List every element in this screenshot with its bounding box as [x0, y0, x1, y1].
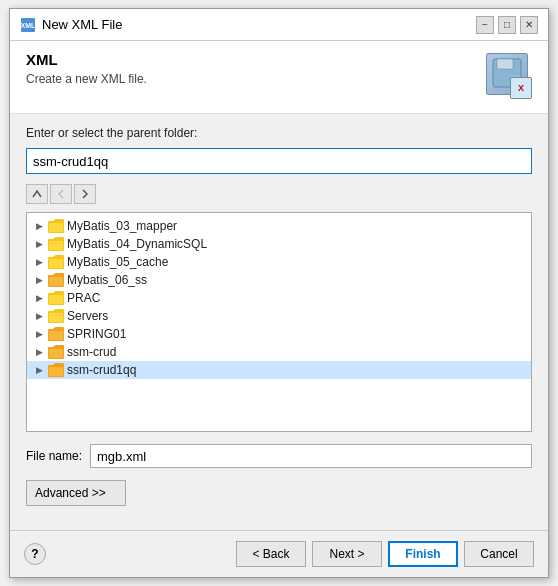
footer-left: ? [24, 543, 46, 565]
wizard-type: XML [26, 51, 147, 68]
toggle-icon: ▶ [33, 311, 45, 321]
nav-toolbar [26, 184, 532, 204]
svg-rect-3 [497, 59, 513, 69]
folder-icon [48, 363, 64, 377]
xml-header-icon: X [484, 51, 532, 99]
cancel-button[interactable]: Cancel [464, 541, 534, 567]
back-button[interactable]: < Back [236, 541, 306, 567]
tree-item-label: PRAC [67, 291, 100, 305]
parent-folder-input[interactable] [26, 148, 532, 174]
header-section: XML Create a new XML file. X [10, 41, 548, 114]
window-title: New XML File [42, 17, 122, 32]
tree-item-label: ssm-crud [67, 345, 116, 359]
tree-item-label: Servers [67, 309, 108, 323]
folder-tree[interactable]: ▶ MyBatis_03_mapper ▶ MyBatis_04_Dynamic… [26, 212, 532, 432]
tree-item-label: MyBatis_05_cache [67, 255, 168, 269]
folder-icon [48, 345, 64, 359]
folder-icon [48, 237, 64, 251]
help-button[interactable]: ? [24, 543, 46, 565]
maximize-button[interactable]: □ [498, 16, 516, 34]
folder-icon [48, 273, 64, 287]
tree-item[interactable]: ▶ Servers [27, 307, 531, 325]
nav-up-button[interactable] [26, 184, 48, 204]
close-button[interactable]: ✕ [520, 16, 538, 34]
file-name-label: File name: [26, 449, 82, 463]
tree-item-label: SPRING01 [67, 327, 126, 341]
footer-right: < Back Next > Finish Cancel [236, 541, 534, 567]
tree-item[interactable]: ▶ MyBatis_04_DynamicSQL [27, 235, 531, 253]
toggle-icon: ▶ [33, 347, 45, 357]
title-controls: − □ ✕ [476, 16, 538, 34]
toggle-icon: ▶ [33, 221, 45, 231]
toggle-icon: ▶ [33, 275, 45, 285]
wizard-description: Create a new XML file. [26, 72, 147, 86]
toggle-icon: ▶ [33, 365, 45, 375]
tree-item-label: ssm-crud1qq [67, 363, 136, 377]
dialog-footer: ? < Back Next > Finish Cancel [10, 530, 548, 577]
title-bar: XML New XML File − □ ✕ [10, 9, 548, 41]
file-name-input[interactable] [90, 444, 532, 468]
main-content: Enter or select the parent folder: [10, 114, 548, 530]
nav-back-button[interactable] [50, 184, 72, 204]
folder-icon [48, 327, 64, 341]
finish-button[interactable]: Finish [388, 541, 458, 567]
tree-item[interactable]: ▶ Mybatis_06_ss [27, 271, 531, 289]
toggle-icon: ▶ [33, 239, 45, 249]
nav-forward-button[interactable] [74, 184, 96, 204]
dialog-window: XML New XML File − □ ✕ XML Create a new … [9, 8, 549, 578]
tree-item[interactable]: ▶ ssm-crud [27, 343, 531, 361]
folder-icon [48, 291, 64, 305]
toggle-icon: ▶ [33, 329, 45, 339]
tree-item[interactable]: ▶ MyBatis_05_cache [27, 253, 531, 271]
folder-icon [48, 309, 64, 323]
xml-overlay-icon: X [510, 77, 532, 99]
tree-item-label: MyBatis_03_mapper [67, 219, 177, 233]
toggle-icon: ▶ [33, 293, 45, 303]
minimize-button[interactable]: − [476, 16, 494, 34]
file-name-row: File name: [26, 444, 532, 468]
next-button[interactable]: Next > [312, 541, 382, 567]
window-icon: XML [20, 17, 36, 33]
folder-icon [48, 255, 64, 269]
tree-item[interactable]: ▶ SPRING01 [27, 325, 531, 343]
folder-label: Enter or select the parent folder: [26, 126, 532, 140]
tree-item-label: Mybatis_06_ss [67, 273, 147, 287]
tree-item-selected[interactable]: ▶ ssm-crud1qq [27, 361, 531, 379]
title-bar-left: XML New XML File [20, 17, 122, 33]
tree-item[interactable]: ▶ MyBatis_03_mapper [27, 217, 531, 235]
advanced-button[interactable]: Advanced >> [26, 480, 126, 506]
svg-text:XML: XML [21, 22, 36, 29]
folder-icon [48, 219, 64, 233]
toggle-icon: ▶ [33, 257, 45, 267]
header-content: XML Create a new XML file. [26, 51, 147, 86]
tree-item-label: MyBatis_04_DynamicSQL [67, 237, 207, 251]
tree-item[interactable]: ▶ PRAC [27, 289, 531, 307]
